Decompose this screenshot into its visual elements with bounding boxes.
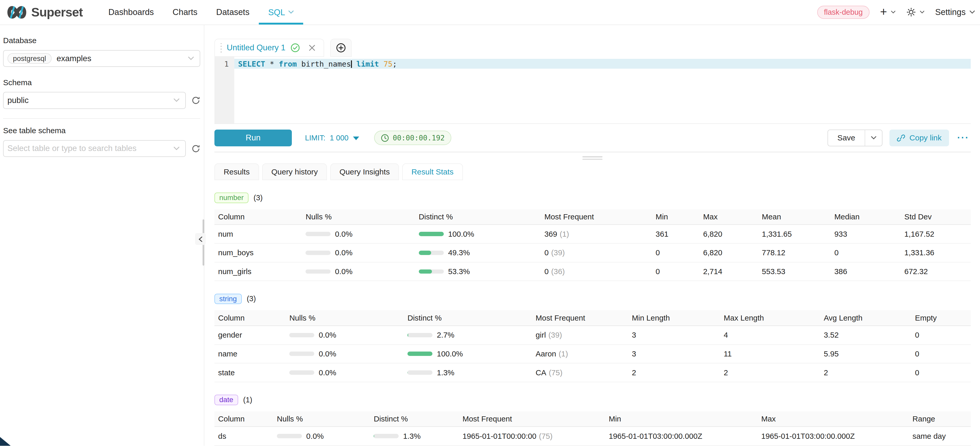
more-actions-button[interactable]: ··· [956,132,971,143]
percent-value: 0.0% [319,331,336,339]
most-frequent-count: (39) [548,331,562,339]
column-header: Column [215,310,286,326]
database-select[interactable]: postgresql examples [3,50,200,67]
close-icon[interactable] [309,45,316,51]
sql-token: 75 [383,60,393,68]
percent-value: 49.3% [448,248,470,257]
query-timer: 00:00:00.192 [374,131,452,145]
nulls-cell: 0.0% [286,363,404,382]
superset-logo[interactable]: Superset [6,0,83,24]
sun-icon [907,8,916,17]
editor-code-area[interactable]: SELECT * from birth_names limit 75; [234,57,970,123]
nav-item-datasets[interactable]: Datasets [207,0,259,24]
save-split-button: Save [827,129,883,147]
column-header: Distinct % [370,411,459,427]
column-name-cell: ds [215,427,273,446]
percent-bar [289,352,314,356]
tab-result-stats[interactable]: Result Stats [402,163,463,180]
limit-dropdown[interactable]: LIMIT: 1 000 [305,134,359,142]
percent-bar [407,370,433,375]
collapse-sidebar-button[interactable] [195,233,206,245]
table-select[interactable]: Select table or type to search tables [3,140,186,157]
stat-value-cell: 0 [912,326,971,345]
column-header: Mean [758,209,830,225]
percent-bar [407,352,433,356]
query-tab[interactable]: Untitled Query 1 [215,39,324,57]
chevron-down-icon [920,11,924,14]
stat-value-cell: 933 [830,225,900,244]
line-number: 1 [224,60,229,68]
percent-bar [305,232,331,236]
tab-query-insights[interactable]: Query Insights [330,163,399,180]
percent-value: 0.0% [335,267,352,276]
column-header: Most Frequent [459,411,605,427]
new-item-menu[interactable]: + [880,7,896,18]
column-name-cell: num_boys [215,244,302,263]
column-header: Max [699,209,758,225]
copy-link-label: Copy link [910,134,942,142]
link-icon [897,134,905,142]
pane-resize-handle[interactable] [215,152,971,163]
column-header: Avg Length [820,310,912,326]
save-options-button[interactable] [865,130,882,146]
schema-select[interactable]: public [3,92,186,109]
percent-bar [305,269,331,274]
drag-handle-icon[interactable] [221,43,222,53]
percent-bar-fill [407,370,408,375]
stat-value-cell: 3 [628,326,720,345]
section-header: string(3) [215,294,971,304]
percent-bar-fill [407,352,433,356]
nulls-cell: 0.0% [302,244,415,263]
tab-results[interactable]: Results [215,163,259,180]
section-header: date(1) [215,395,971,405]
distinct-cell: 49.3% [415,244,541,263]
table-schema-label: See table schema [3,126,200,135]
schema-select-value: public [8,96,29,105]
stat-value-cell: 361 [652,225,699,244]
column-header: Min Length [628,310,720,326]
refresh-icon[interactable] [191,96,200,105]
percent-bar-fill [419,251,431,255]
theme-menu[interactable] [907,8,924,17]
stat-value-cell: 2 [820,363,912,382]
column-header: Column [215,209,302,225]
caret-down-icon [353,137,359,140]
percent-bar-fill [419,269,432,274]
nav-item-sql[interactable]: SQL [259,0,303,24]
copy-link-button[interactable]: Copy link [889,129,949,147]
nav-item-dashboards[interactable]: Dashboards [99,0,163,24]
column-count: (3) [247,295,256,303]
limit-value: 1 000 [330,134,348,142]
column-name-cell: num_girls [215,263,302,281]
percent-bar [419,269,444,274]
refresh-icon[interactable] [191,144,200,153]
nav-menu: Dashboards Charts Datasets SQL [99,0,304,24]
sql-code-editor[interactable]: 1 SELECT * from birth_names limit 75; [215,57,971,123]
stat-value-cell: 2 [628,363,720,382]
most-frequent-value: 1965-01-01T00:00:00 [462,432,536,441]
check-circle-icon [291,43,300,53]
most-frequent-cell: 0(39) [541,244,652,263]
tab-query-history[interactable]: Query history [262,163,327,180]
column-header: Distinct % [415,209,541,225]
save-button[interactable]: Save [828,130,865,146]
column-header: Most Frequent [541,209,652,225]
settings-menu[interactable]: Settings [935,7,975,17]
most-frequent-count: (75) [539,432,553,441]
brand-name: Superset [31,5,83,19]
most-frequent-count: (36) [551,267,565,276]
schema-label: Schema [3,78,200,87]
run-button[interactable]: Run [215,129,292,147]
most-frequent-value: girl [536,331,546,339]
percent-bar [419,232,444,236]
stat-value-cell: 386 [830,263,900,281]
nav-item-charts[interactable]: Charts [163,0,207,24]
percent-value: 0.0% [335,248,352,257]
nulls-cell: 0.0% [286,345,404,364]
most-frequent-value: 0 [544,267,549,276]
column-header: Median [830,209,900,225]
add-query-tab-button[interactable] [330,39,352,57]
nulls-cell: 0.0% [302,263,415,281]
sql-lab: Database postgresql examples Schema publ… [0,25,980,446]
most-frequent-count: (75) [549,368,563,377]
